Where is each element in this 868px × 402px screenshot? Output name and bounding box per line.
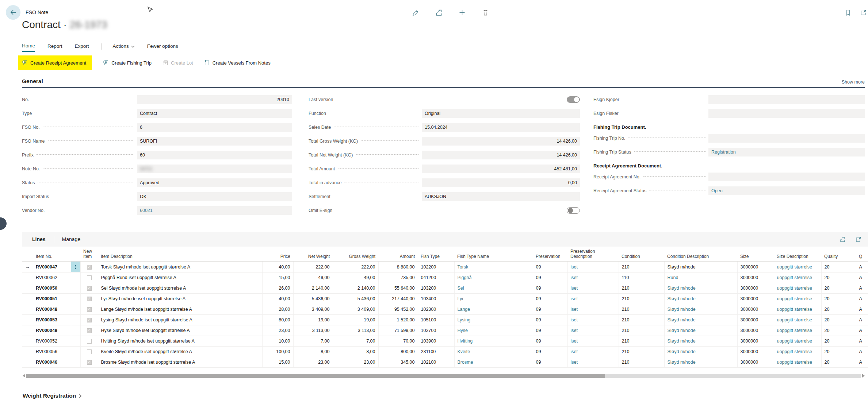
cell-fish-type-name[interactable]: Lange <box>454 304 533 315</box>
cell-new-item[interactable] <box>80 315 98 325</box>
cell-amount[interactable]: 1 520,00 <box>378 315 418 325</box>
cell-value[interactable]: Lange <box>458 307 470 312</box>
cell-amount[interactable]: 8 880,00 <box>378 262 418 272</box>
cell-net-weight[interactable]: 3 113,00 <box>293 325 333 336</box>
cell-size-desc[interactable]: uoppgitt størrelse <box>774 347 821 357</box>
cell-condition-desc[interactable]: Sløyd m/hode <box>664 304 737 315</box>
cell-fish-type-name[interactable]: Hyse <box>454 325 533 336</box>
cell-net-weight[interactable]: 7,00 <box>293 336 333 347</box>
checkbox-unchecked[interactable] <box>87 349 92 354</box>
cell-net-weight[interactable]: 8,00 <box>293 347 333 357</box>
cell-description[interactable]: Hyse Sløyd m/hode iset uoppgitt størrels… <box>98 325 262 336</box>
field-value-prefix[interactable]: 60 <box>137 151 292 159</box>
field-value-receipt-agreement-no-[interactable] <box>708 173 865 181</box>
field-value-function[interactable]: Original <box>422 109 580 118</box>
cell-fish-type[interactable]: 041200 <box>418 272 454 283</box>
ribbon-button-create-receipt-agreement[interactable]: Create Receipt Agreement <box>18 55 92 70</box>
add-icon[interactable] <box>458 8 466 17</box>
cell-fish-type[interactable]: 105100 <box>418 315 454 325</box>
cell-description[interactable]: Sei Sløyd m/hode iset uoppgitt størrelse… <box>98 283 262 294</box>
edit-icon[interactable] <box>411 8 420 17</box>
cell-item-no[interactable]: RV000047 <box>33 262 71 272</box>
cell-condition[interactable]: 210 <box>619 325 664 336</box>
cell-quality[interactable]: 20 <box>821 357 856 368</box>
cell-size-desc[interactable]: uoppgitt størrelse <box>774 304 821 315</box>
cell-preservation-desc[interactable]: iset <box>567 262 619 272</box>
field-value-fishing-trip-status[interactable]: Registration <box>708 148 865 156</box>
field-value-status[interactable]: Approved <box>137 178 292 187</box>
cell-condition[interactable]: 210 <box>619 262 664 272</box>
column-header-description[interactable]: Item Description <box>98 247 262 262</box>
cell-size-desc[interactable]: uoppgitt størrelse <box>774 357 821 368</box>
field-value-fishing-trip-no-[interactable] <box>708 134 865 143</box>
checkbox-checked[interactable] <box>87 318 92 322</box>
cell-quality-desc[interactable]: A <box>856 262 868 272</box>
cell-preservation[interactable]: 09 <box>533 304 567 315</box>
cell-preservation[interactable]: 09 <box>533 262 567 272</box>
cell-value[interactable]: iset <box>571 296 578 301</box>
cell-value[interactable]: Hvitting <box>458 339 473 344</box>
cell-size[interactable]: 3000000 <box>737 304 774 315</box>
cell-amount[interactable]: 71 599,00 <box>378 325 418 336</box>
cell-quality-desc[interactable]: A <box>856 294 868 304</box>
cell-value[interactable]: Brosme <box>458 360 473 365</box>
row-menu-icon[interactable]: ⋮ <box>71 262 80 272</box>
tab-lines[interactable]: Lines <box>32 236 46 242</box>
cell-description[interactable]: Pigghå Rund iset uoppgitt størrelse A <box>98 272 262 283</box>
checkbox-checked[interactable] <box>87 307 92 312</box>
cell-preservation[interactable]: 09 <box>533 294 567 304</box>
cell-preservation[interactable]: 09 <box>533 283 567 294</box>
cell-size[interactable]: 3000000 <box>737 294 774 304</box>
field-value-settlement[interactable]: AUKSJON <box>422 192 580 201</box>
cell-price[interactable]: 100,00 <box>262 347 293 357</box>
cell-quality[interactable]: 20 <box>821 325 856 336</box>
column-header-quality[interactable]: Quality <box>821 247 856 262</box>
cell-net-weight[interactable]: 49,00 <box>293 272 333 283</box>
cell-description[interactable]: Lysing Sløyd m/hode iset uoppgitt større… <box>98 315 262 325</box>
field-value-total-net-weight-kg-[interactable]: 14 426,00 <box>422 151 580 159</box>
cell-quality-desc[interactable]: A <box>856 357 868 368</box>
field-value-no-[interactable]: 20310 <box>137 95 292 104</box>
cell-condition-desc[interactable]: Sløyd m/hode <box>664 347 737 357</box>
cell-value[interactable]: iset <box>571 317 578 322</box>
cell-preservation-desc[interactable]: iset <box>567 357 619 368</box>
cell-quality[interactable]: 20 <box>821 272 856 283</box>
cell-fish-type[interactable]: 102100 <box>418 357 454 368</box>
cell-new-item[interactable] <box>80 325 98 336</box>
cell-net-weight[interactable]: 19,00 <box>293 315 333 325</box>
cell-gross-weight[interactable]: 23,00 <box>333 357 378 368</box>
field-value-total-gross-weight-kg-[interactable]: 14 426,00 <box>422 137 580 146</box>
field-value-esign-kjoper[interactable] <box>708 95 865 104</box>
cell-item-no[interactable]: RV000062 <box>33 272 71 283</box>
tab-fewer-options[interactable]: Fewer options <box>147 43 178 51</box>
cell-condition[interactable]: 210 <box>619 304 664 315</box>
column-header-new-item[interactable]: New Item <box>80 247 98 262</box>
cell-condition[interactable]: 210 <box>619 357 664 368</box>
cell-preservation-desc[interactable]: iset <box>567 347 619 357</box>
tab-export[interactable]: Export <box>75 43 89 51</box>
cell-value[interactable]: Hyse <box>458 328 468 333</box>
cell-condition[interactable]: 210 <box>619 315 664 325</box>
cell-quality[interactable]: 20 <box>821 283 856 294</box>
cell-value[interactable]: Kveite <box>458 349 470 354</box>
cell-value[interactable]: Torsk <box>458 264 469 270</box>
cell-new-item[interactable] <box>80 294 98 304</box>
cell-value[interactable]: uoppgitt størrelse <box>777 328 812 333</box>
cell-condition[interactable]: 110 <box>619 272 664 283</box>
checkbox-checked[interactable] <box>87 286 92 291</box>
cell-condition-desc[interactable]: Sløyd m/hode <box>664 294 737 304</box>
cell-size[interactable]: 3000000 <box>737 315 774 325</box>
cell-fish-type-name[interactable]: Lysing <box>454 315 533 325</box>
cell-size[interactable]: 3000000 <box>737 325 774 336</box>
cell-quality-desc[interactable]: A <box>856 336 868 347</box>
cell-item-no[interactable]: RV000050 <box>33 283 71 294</box>
cell-value[interactable]: Sei <box>458 286 464 291</box>
toggle-last-version[interactable] <box>567 96 580 103</box>
field-value-receipt-agreement-status[interactable]: Open <box>708 186 865 195</box>
cell-fish-type-name[interactable]: Hvitting <box>454 336 533 347</box>
cell-net-weight[interactable]: 222,00 <box>293 262 333 272</box>
cell-price[interactable]: 15,00 <box>262 357 293 368</box>
cell-value[interactable]: iset <box>571 339 578 344</box>
cell-quality-desc[interactable]: A <box>856 304 868 315</box>
cell-size-desc[interactable]: uoppgitt størrelse <box>774 272 821 283</box>
